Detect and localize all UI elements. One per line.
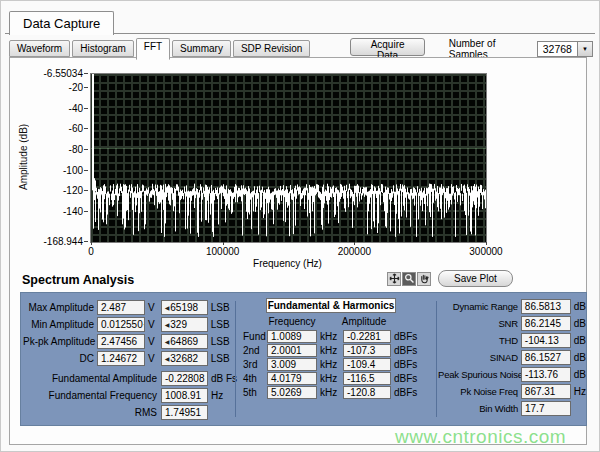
fft-plot[interactable] bbox=[90, 73, 487, 243]
y-tick-mark bbox=[84, 128, 88, 129]
tab-bar: Waveform Histogram FFT Summary SDP Revis… bbox=[9, 38, 593, 59]
field-value: 867.31 bbox=[525, 386, 556, 397]
unit-label: dBFs bbox=[394, 387, 417, 398]
field-value: 2.47456 bbox=[101, 336, 137, 347]
unit-label: dB bbox=[574, 369, 586, 380]
unit-label: V bbox=[148, 319, 155, 330]
dropdown-button[interactable]: ▼ bbox=[577, 42, 592, 56]
unit-label: dB bbox=[574, 335, 586, 346]
unit-label: dB bbox=[574, 301, 586, 312]
field-value: 1.24672 bbox=[101, 353, 137, 364]
spectrum-analysis-heading: Spectrum Analysis bbox=[22, 273, 134, 287]
unit-label: LSB bbox=[211, 319, 230, 330]
pan-hand-icon[interactable] bbox=[417, 272, 431, 286]
y-tick-label: -80 bbox=[69, 143, 83, 154]
spectrum-analysis-panel: Max Amplitude 2.487 V ◀65198 LSB Min Amp… bbox=[20, 292, 587, 426]
y-tick-mark bbox=[84, 170, 88, 171]
samples-combobox[interactable]: 32768 ▼ bbox=[537, 41, 593, 57]
dynamic-range-field: 86.5813 bbox=[521, 299, 571, 314]
panel-divider bbox=[235, 301, 236, 417]
max-amplitude-lsb-field: ◀65198 bbox=[161, 300, 208, 315]
tab-summary[interactable]: Summary bbox=[172, 40, 231, 57]
pkpk-amplitude-volts-field: 2.47456 bbox=[97, 334, 145, 349]
unit-label: LSB bbox=[211, 302, 230, 313]
field-value: 65198 bbox=[170, 302, 198, 313]
amplitude-column-header: Amplitude bbox=[340, 316, 388, 327]
panel-divider bbox=[436, 301, 437, 417]
field-label: DC bbox=[23, 353, 97, 364]
harmonic2-frequency-field: 2.0001 bbox=[267, 344, 317, 357]
left-arrow-icon: ◀ bbox=[165, 339, 170, 345]
dc-volts-field: 1.24672 bbox=[97, 351, 145, 366]
x-axis-label: Frequency (Hz) bbox=[90, 258, 485, 269]
harmonic2-amplitude-field: -107.3 bbox=[343, 344, 391, 357]
left-arrow-icon: ◀ bbox=[165, 305, 170, 311]
max-amplitude-volts-field: 2.487 bbox=[97, 300, 145, 315]
field-value: 1.0089 bbox=[271, 331, 302, 342]
unit-label: V bbox=[148, 353, 155, 364]
field-value: 5.0269 bbox=[271, 387, 302, 398]
save-plot-button[interactable]: Save Plot bbox=[438, 270, 513, 287]
fundamental-section: Fundamental Amplitude -0.22808 dB Fs Fun… bbox=[23, 371, 237, 420]
x-axis-ticks: 0100000200000300000 bbox=[90, 242, 487, 258]
tab-waveform[interactable]: Waveform bbox=[9, 40, 70, 57]
tab-fft[interactable]: FFT bbox=[136, 38, 170, 60]
data-capture-window: Data Capture Waveform Histogram FFT Summ… bbox=[0, 0, 600, 452]
pkpk-amplitude-lsb-field: ◀64869 bbox=[161, 334, 208, 349]
zoom-icon[interactable] bbox=[402, 272, 416, 286]
unit-label: kHz bbox=[320, 359, 342, 370]
y-tick-mark bbox=[84, 108, 88, 109]
pk-noise-freq-field: 867.31 bbox=[521, 384, 571, 399]
field-value: 86.2145 bbox=[525, 318, 561, 329]
unit-label: dBFs bbox=[394, 345, 417, 356]
field-value: 86.1527 bbox=[525, 352, 561, 363]
unit-label: V bbox=[148, 336, 155, 347]
field-value: -0.2281 bbox=[347, 331, 381, 342]
harmonics-title: Fundamental & Harmonics bbox=[266, 298, 396, 313]
y-tick-mark bbox=[84, 87, 88, 88]
row-dc: DC 1.24672 V ◀32682 LSB bbox=[23, 351, 237, 366]
fund-frequency-field: 1.0089 bbox=[267, 330, 317, 343]
field-value: 64869 bbox=[170, 336, 198, 347]
field-value: 329 bbox=[170, 319, 187, 330]
unit-label: kHz bbox=[320, 373, 342, 384]
field-value: 86.5813 bbox=[525, 301, 561, 312]
y-tick-mark bbox=[84, 211, 88, 212]
y-tick-mark bbox=[84, 149, 88, 150]
harmonics-section: Fundamental & Harmonics Frequency Amplit… bbox=[243, 298, 435, 400]
y-tick-label: -120 bbox=[63, 185, 83, 196]
harmonic3-amplitude-field: -109.4 bbox=[343, 358, 391, 371]
samples-value: 32768 bbox=[538, 42, 577, 56]
row-label: 4th bbox=[243, 373, 267, 384]
row-min-amplitude: Min Amplitude 0.012550· V ◀329 LSB bbox=[23, 317, 237, 332]
tab-sdp-revision[interactable]: SDP Revision bbox=[233, 40, 311, 57]
unit-label: LSB bbox=[211, 336, 230, 347]
snr-field: 86.2145 bbox=[521, 316, 571, 331]
row-pkpk-amplitude: Pk-pk Amplitude 2.47456 V ◀64869 LSB bbox=[23, 334, 237, 349]
field-label: SNR bbox=[438, 318, 521, 329]
y-tick-mark bbox=[84, 190, 88, 191]
harmonic4-amplitude-field: -116.5 bbox=[343, 372, 391, 385]
move-cursor-icon[interactable] bbox=[387, 272, 401, 286]
unit-label: dB bbox=[574, 318, 586, 329]
unit-label: dB Fs bbox=[211, 373, 237, 384]
left-arrow-icon: ◀ bbox=[165, 356, 170, 362]
y-tick-mark bbox=[84, 73, 88, 74]
chevron-down-icon: ▼ bbox=[582, 46, 588, 52]
harmonic3-frequency-field: 3.009 bbox=[267, 358, 317, 371]
row-label: Fund bbox=[243, 331, 267, 342]
tab-histogram[interactable]: Histogram bbox=[72, 40, 134, 57]
fund-amplitude-field: -0.2281 bbox=[343, 330, 391, 343]
unit-label: dBFs bbox=[394, 359, 417, 370]
harmonic4-frequency-field: 4.0179 bbox=[267, 372, 317, 385]
bin-width-field: 17.7 bbox=[521, 401, 571, 416]
y-axis-ticks: -6.55034-20-40-60-80-100-120-140-168.944 bbox=[10, 73, 88, 241]
y-tick-label: -40 bbox=[69, 102, 83, 113]
acquire-data-button[interactable]: Acquire Data bbox=[350, 38, 424, 56]
row-label: 2nd bbox=[243, 345, 267, 356]
window-title-tab[interactable]: Data Capture bbox=[9, 11, 114, 35]
y-tick-label: -20 bbox=[69, 81, 83, 92]
field-value: 3.009 bbox=[271, 359, 296, 370]
row-snr: SNR 86.2145 dB bbox=[438, 316, 586, 331]
plot-toolbar: Save Plot bbox=[387, 270, 513, 287]
